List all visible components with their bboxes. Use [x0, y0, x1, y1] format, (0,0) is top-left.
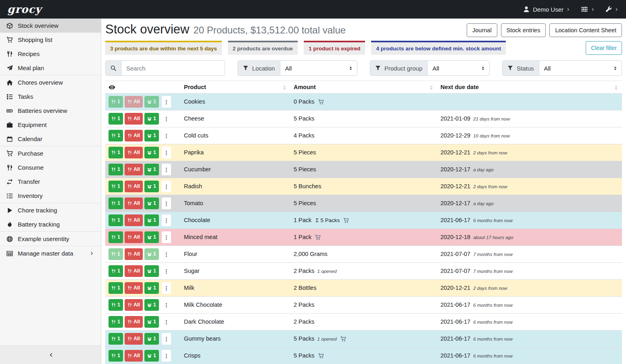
sidebar-item-transfer[interactable]: Transfer: [0, 175, 101, 189]
consume-one-button[interactable]: 1: [109, 214, 123, 226]
open-one-button[interactable]: 1: [144, 130, 159, 141]
stock-entries-button[interactable]: Stock entries: [501, 23, 546, 37]
status-select[interactable]: All: [539, 61, 622, 75]
sidebar-item-battery-tracking[interactable]: Battery tracking: [0, 217, 101, 231]
consume-one-button[interactable]: 1: [109, 130, 123, 141]
user-menu[interactable]: Demo User: [523, 6, 570, 13]
journal-button[interactable]: Journal: [467, 23, 497, 37]
sidebar-item-tasks[interactable]: Tasks: [0, 89, 101, 104]
consume-one-button[interactable]: 1: [109, 265, 123, 277]
consume-all-button[interactable]: All: [125, 181, 143, 192]
consume-all-button[interactable]: All: [125, 198, 143, 209]
app-logo[interactable]: grocy: [7, 3, 42, 15]
status-banner[interactable]: 4 products are below defined min. stock …: [371, 41, 506, 55]
consume-all-button[interactable]: All: [125, 350, 143, 362]
column-header-product[interactable]: Product: [181, 81, 290, 94]
row-menu-button[interactable]: [162, 282, 171, 294]
consume-one-button[interactable]: 1: [109, 333, 123, 345]
open-one-button[interactable]: 1: [144, 181, 159, 192]
consume-all-button[interactable]: All: [125, 113, 143, 125]
open-one-button[interactable]: 1: [144, 198, 159, 209]
row-menu-button[interactable]: [162, 181, 171, 192]
open-one-button[interactable]: 1: [144, 316, 159, 328]
open-one-button[interactable]: 1: [144, 333, 159, 345]
sidebar-item-equipment[interactable]: Equipment: [0, 118, 101, 132]
consume-all-button[interactable]: All: [125, 214, 143, 226]
consume-one-button[interactable]: 1: [109, 316, 123, 328]
open-one-button[interactable]: 1: [144, 231, 159, 243]
location-content-sheet-button[interactable]: Location Content Sheet: [549, 23, 622, 37]
consume-all-button[interactable]: All: [125, 299, 143, 311]
status-banner[interactable]: 2 products are overdue: [228, 41, 298, 55]
consume-one-button[interactable]: 1: [109, 198, 123, 209]
consume-all-button[interactable]: All: [125, 316, 143, 328]
status-banner[interactable]: 1 product is expired: [304, 41, 365, 55]
shopping-cart-link[interactable]: [318, 352, 324, 359]
open-one-button[interactable]: 1: [144, 265, 159, 277]
open-one-button[interactable]: 1: [144, 299, 159, 311]
settings-menu[interactable]: [581, 6, 595, 13]
status-banner[interactable]: 3 products are due within the next 5 day…: [105, 41, 222, 55]
open-one-button[interactable]: 1: [144, 96, 159, 108]
open-one-button[interactable]: 1: [144, 214, 159, 226]
open-one-button[interactable]: 1: [144, 113, 159, 125]
consume-one-button[interactable]: 1: [109, 282, 123, 294]
sidebar-item-purchase[interactable]: Purchase: [0, 146, 101, 160]
consume-all-button[interactable]: All: [125, 96, 143, 108]
consume-one-button[interactable]: 1: [109, 248, 123, 260]
sidebar-item-chore-tracking[interactable]: Chore tracking: [0, 203, 101, 217]
consume-one-button[interactable]: 1: [109, 181, 123, 192]
consume-all-button[interactable]: All: [125, 282, 143, 294]
admin-menu[interactable]: [605, 6, 619, 12]
row-menu-button[interactable]: [162, 198, 171, 209]
consume-all-button[interactable]: All: [125, 164, 143, 175]
open-one-button[interactable]: 1: [144, 164, 159, 175]
row-menu-button[interactable]: [162, 130, 171, 141]
row-menu-button[interactable]: [162, 265, 171, 277]
row-menu-button[interactable]: [162, 333, 171, 345]
row-menu-button[interactable]: [162, 214, 171, 226]
row-menu-button[interactable]: [162, 164, 171, 175]
consume-one-button[interactable]: 1: [109, 96, 123, 108]
sidebar-item-chores-overview[interactable]: Chores overview: [0, 75, 101, 89]
consume-all-button[interactable]: All: [125, 231, 143, 243]
row-menu-button[interactable]: [162, 248, 171, 260]
sidebar-item-stock-overview[interactable]: Stock overview: [0, 19, 101, 33]
consume-one-button[interactable]: 1: [109, 299, 123, 311]
shopping-cart-link[interactable]: [343, 217, 349, 223]
location-select[interactable]: All: [280, 61, 357, 75]
row-menu-button[interactable]: [162, 96, 171, 108]
sidebar-item-meal-plan[interactable]: Meal plan: [0, 61, 101, 75]
column-header-due-date[interactable]: Next due date: [437, 81, 622, 94]
consume-all-button[interactable]: All: [125, 265, 143, 277]
sidebar-item-consume[interactable]: Consume: [0, 160, 101, 175]
consume-one-button[interactable]: 1: [109, 147, 123, 158]
row-menu-button[interactable]: [162, 113, 171, 125]
consume-all-button[interactable]: All: [125, 333, 143, 345]
product-group-select[interactable]: All: [428, 61, 489, 75]
consume-all-button[interactable]: All: [125, 130, 143, 141]
open-one-button[interactable]: 1: [144, 248, 159, 260]
sidebar-item-recipes[interactable]: Recipes: [0, 47, 101, 61]
row-menu-button[interactable]: [162, 350, 171, 362]
search-input[interactable]: [121, 61, 225, 75]
sidebar-item-example-userentity[interactable]: Example userentity: [0, 231, 101, 246]
row-menu-button[interactable]: [162, 299, 171, 311]
open-one-button[interactable]: 1: [144, 350, 159, 362]
sidebar-item-shopping-list[interactable]: Shopping list: [0, 33, 101, 47]
sidebar-item-manage-master-data[interactable]: Manage master data: [0, 246, 101, 260]
column-header-visibility[interactable]: [105, 81, 181, 94]
consume-one-button[interactable]: 1: [109, 113, 123, 125]
sidebar-item-batteries-overview[interactable]: Batteries overview: [0, 104, 101, 118]
shopping-cart-link[interactable]: [315, 234, 321, 240]
consume-all-button[interactable]: All: [125, 147, 143, 158]
consume-all-button[interactable]: All: [125, 248, 143, 260]
shopping-cart-link[interactable]: [318, 98, 324, 105]
sidebar-item-inventory[interactable]: Inventory: [0, 189, 101, 203]
row-menu-button[interactable]: [162, 231, 171, 243]
sidebar-item-calendar[interactable]: Calendar: [0, 132, 101, 146]
consume-one-button[interactable]: 1: [109, 350, 123, 362]
clear-filter-button[interactable]: Clear filter: [586, 41, 622, 55]
consume-one-button[interactable]: 1: [109, 231, 123, 243]
row-menu-button[interactable]: [162, 316, 171, 328]
